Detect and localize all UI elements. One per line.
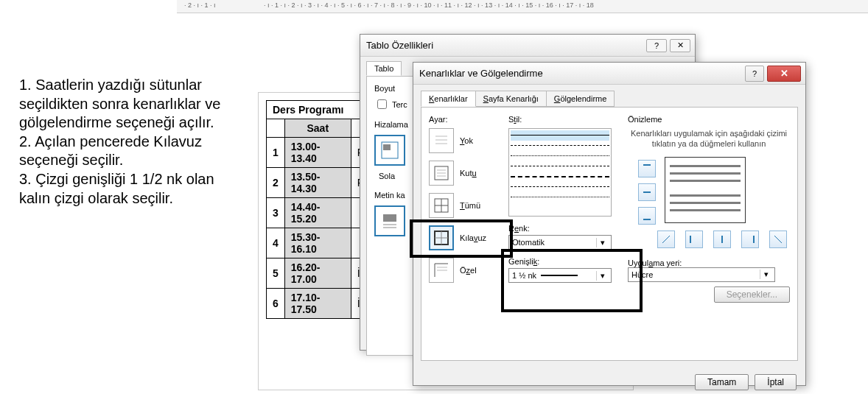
instruction-2: 2. Açılan pencerede Kılavuz seçeneği seç… [19,133,229,170]
instruction-3: 3. Çizgi genişliği 1 1/2 nk olan kalın ç… [19,170,229,208]
tab-page-border[interactable]: Sayfa Kenarlığı [475,91,547,107]
apply-label: Uygulama yeri: [628,258,682,267]
border-hmid-btn[interactable] [638,183,656,201]
ok-button[interactable]: Tamam [695,374,749,390]
border-bottom-btn[interactable] [638,207,656,225]
tab-shading[interactable]: Gölgelendirme [546,91,615,107]
chevron-down-icon: ▾ [596,271,608,281]
width-label: Genişlik: [508,257,619,266]
wrap-none[interactable] [374,205,405,236]
dialog-title-text: Kenarlıklar ve Gölgelendirme [419,68,543,79]
col-saat: Saat [284,119,351,138]
style-option[interactable] [511,182,609,192]
border-grid-icon [429,225,454,250]
style-option[interactable] [511,141,609,151]
ayar-yok[interactable]: Yok [429,128,500,153]
chevron-down-icon: ▾ [596,238,608,247]
preview-label: Önizleme [628,115,790,124]
ayar-kilavuz[interactable]: Kılavuz [429,225,500,250]
style-option[interactable] [511,130,609,141]
pref-checkbox-input[interactable] [377,99,387,109]
tab-tablo[interactable]: Tablo [366,61,402,76]
apply-to-combo[interactable]: Hücre ▾ [628,267,775,282]
style-option[interactable] [511,192,609,203]
border-custom-icon [429,258,454,283]
instruction-1: 1. Saatlerin yazdığı sütunlar seçildikte… [19,76,229,133]
svg-line-29 [774,236,782,243]
style-listbox[interactable] [508,128,612,217]
cancel-button[interactable]: İptal [755,374,797,390]
border-box-icon [429,161,454,186]
style-option[interactable] [511,161,609,172]
dialog-title-text: Tablo Özellikleri [366,40,433,51]
tab-borders[interactable]: KKenarlıklarenarlıklar [421,91,476,107]
instructions-text: 1. Saatlerin yazdığı sütunlar seçildikte… [19,76,229,208]
ayar-tumu[interactable]: Tümü [429,193,500,218]
borders-shading-dialog: Kenarlıklar ve Gölgelendirme ? ✕ KKenarl… [413,62,806,386]
preview-desc: Kenarlıkları uygulamak için aşağıdaki çi… [628,128,790,149]
border-all-icon [429,193,454,218]
width-combo[interactable]: 1 ½ nk ▾ [508,268,612,283]
style-option[interactable] [511,172,609,182]
borders-panel: Ayar: Yok Kutu Tümü Kılavuz Özel [421,107,798,361]
border-left-btn[interactable] [685,231,703,248]
preview-area [635,157,783,245]
svg-line-25 [662,236,670,243]
color-label: Renk: [508,224,619,233]
help-button[interactable]: ? [745,66,764,82]
help-button[interactable]: ? [646,39,667,52]
ayar-label: Ayar: [429,115,500,124]
color-combo[interactable]: Otomatik ▾ [508,235,612,250]
border-diag1-btn[interactable] [657,231,675,248]
border-right-btn[interactable] [741,231,759,248]
dialog-titlebar[interactable]: Kenarlıklar ve Gölgelendirme ? ✕ [413,63,805,85]
border-diag2-btn[interactable] [769,231,787,248]
border-top-btn[interactable] [638,160,656,177]
ayar-ozel[interactable]: Özel [429,258,500,283]
close-button[interactable]: ✕ [670,39,690,52]
options-button[interactable]: Seçenekler... [714,286,790,303]
dialog-titlebar[interactable]: Tablo Özellikleri ? ✕ [360,35,695,57]
chevron-down-icon: ▾ [760,270,771,279]
border-none-icon [429,128,454,153]
style-option[interactable] [511,151,609,161]
stil-label: Stil: [508,115,619,124]
close-button[interactable]: ✕ [767,66,801,82]
ruler: · 2 · ı · 1 · ı · ı · 1 · ı · 2 · ı · 3 … [177,0,868,13]
preview-canvas[interactable] [665,157,746,223]
align-left[interactable] [374,135,405,166]
svg-rect-1 [383,144,391,150]
ayar-kutu[interactable]: Kutu [429,161,500,186]
svg-rect-2 [383,214,396,222]
border-vmid-btn[interactable] [713,231,731,248]
